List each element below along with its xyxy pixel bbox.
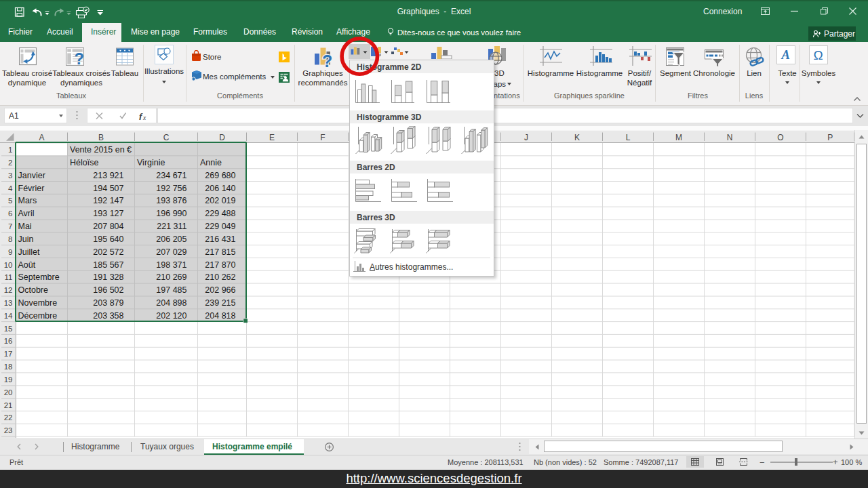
- svg-text:F: F: [320, 133, 325, 142]
- svg-text:Avril: Avril: [18, 209, 35, 218]
- svg-text:202 572: 202 572: [93, 247, 123, 257]
- svg-text:Janvier: Janvier: [18, 171, 45, 180]
- svg-text:Ω: Ω: [814, 48, 823, 62]
- svg-text:?: ?: [74, 50, 83, 66]
- svg-text:1: 1: [8, 146, 12, 154]
- svg-text:Février: Février: [18, 184, 45, 193]
- svg-text:197 485: 197 485: [156, 285, 186, 295]
- svg-text:Décembre: Décembre: [18, 311, 58, 321]
- svg-text:Mars: Mars: [18, 196, 37, 205]
- svg-text:217 870: 217 870: [205, 260, 235, 270]
- svg-text:210 269: 210 269: [156, 272, 186, 282]
- svg-text:269 680: 269 680: [205, 171, 235, 180]
- svg-text:191 328: 191 328: [93, 272, 123, 282]
- svg-text:196 502: 196 502: [93, 285, 123, 295]
- svg-text:22: 22: [4, 413, 13, 422]
- svg-text:15: 15: [4, 325, 13, 333]
- svg-text:Juin: Juin: [18, 235, 34, 244]
- svg-text:Août: Août: [18, 260, 36, 270]
- svg-text:7: 7: [8, 222, 12, 230]
- svg-text:M: M: [675, 133, 682, 142]
- svg-text:D: D: [219, 133, 225, 142]
- svg-text:Octobre: Octobre: [18, 285, 49, 295]
- svg-text:E: E: [269, 133, 275, 142]
- svg-text:B: B: [98, 133, 104, 142]
- svg-text:196 990: 196 990: [156, 209, 186, 218]
- svg-text:204 818: 204 818: [205, 311, 235, 321]
- svg-text:229 488: 229 488: [205, 209, 235, 218]
- svg-text:x: x: [142, 115, 146, 121]
- svg-text:J: J: [524, 133, 528, 142]
- svg-text:194 507: 194 507: [93, 184, 123, 193]
- svg-text:217 815: 217 815: [205, 247, 235, 257]
- svg-text:Septembre: Septembre: [18, 272, 60, 282]
- svg-text:203 358: 203 358: [93, 311, 123, 321]
- svg-text:2: 2: [8, 159, 12, 167]
- svg-text:A: A: [39, 133, 44, 142]
- svg-text:216 431: 216 431: [205, 235, 235, 244]
- svg-text:202 966: 202 966: [205, 285, 235, 295]
- svg-text:193 876: 193 876: [156, 196, 186, 205]
- svg-text:18: 18: [4, 363, 13, 371]
- svg-text:P: P: [827, 133, 833, 142]
- svg-text:198 371: 198 371: [156, 260, 186, 270]
- svg-text:202 019: 202 019: [205, 196, 235, 205]
- svg-text:202 120: 202 120: [156, 311, 186, 321]
- svg-text:221 311: 221 311: [157, 222, 186, 231]
- svg-text:204 898: 204 898: [156, 298, 186, 308]
- svg-text:23: 23: [4, 426, 13, 434]
- svg-text:L: L: [626, 133, 631, 142]
- svg-text:203 879: 203 879: [93, 298, 123, 308]
- svg-text:K: K: [574, 133, 580, 142]
- svg-text:Mai: Mai: [18, 222, 32, 231]
- svg-text:12: 12: [4, 286, 13, 294]
- svg-text:6: 6: [8, 209, 12, 218]
- svg-text:O: O: [777, 133, 783, 142]
- svg-text:9: 9: [8, 248, 12, 256]
- svg-text:195 640: 195 640: [93, 235, 123, 244]
- svg-text:Vente 2015 en €: Vente 2015 en €: [70, 145, 132, 155]
- svg-text:234 671: 234 671: [156, 171, 186, 180]
- svg-text:4: 4: [8, 184, 13, 192]
- svg-text:239 215: 239 215: [205, 298, 235, 308]
- svg-text:229 049: 229 049: [205, 222, 235, 231]
- svg-text:Annie: Annie: [200, 158, 222, 167]
- svg-text:Novembre: Novembre: [18, 298, 58, 308]
- svg-text:14: 14: [4, 312, 13, 320]
- svg-text:Virginie: Virginie: [137, 158, 165, 167]
- svg-text:Héloïse: Héloïse: [70, 158, 98, 167]
- svg-text:192 756: 192 756: [156, 184, 186, 193]
- svg-text:210 262: 210 262: [205, 272, 235, 282]
- svg-text:19: 19: [4, 375, 13, 384]
- svg-text:16: 16: [4, 337, 13, 345]
- svg-text:207 804: 207 804: [93, 222, 123, 231]
- svg-text:20: 20: [4, 388, 13, 396]
- svg-text:5: 5: [8, 197, 12, 205]
- svg-text:193 127: 193 127: [93, 209, 123, 218]
- svg-text:213 921: 213 921: [93, 171, 123, 180]
- svg-text:17: 17: [4, 350, 13, 358]
- svg-text:Juillet: Juillet: [18, 247, 40, 257]
- svg-text:N: N: [727, 133, 733, 142]
- svg-text:185 567: 185 567: [93, 260, 123, 270]
- svg-text:21: 21: [4, 401, 13, 409]
- svg-text:A: A: [781, 48, 790, 62]
- svg-text:13: 13: [4, 299, 13, 307]
- svg-text:207 029: 207 029: [156, 247, 186, 257]
- svg-text:10: 10: [4, 261, 13, 269]
- svg-text:192 147: 192 147: [93, 196, 123, 205]
- svg-text:C: C: [163, 133, 170, 142]
- svg-text:3: 3: [8, 171, 12, 180]
- svg-text:11: 11: [5, 273, 13, 281]
- svg-text:8: 8: [8, 235, 12, 243]
- svg-text:?: ?: [322, 52, 332, 69]
- svg-text:206 140: 206 140: [205, 184, 235, 193]
- svg-text:206 205: 206 205: [156, 235, 186, 244]
